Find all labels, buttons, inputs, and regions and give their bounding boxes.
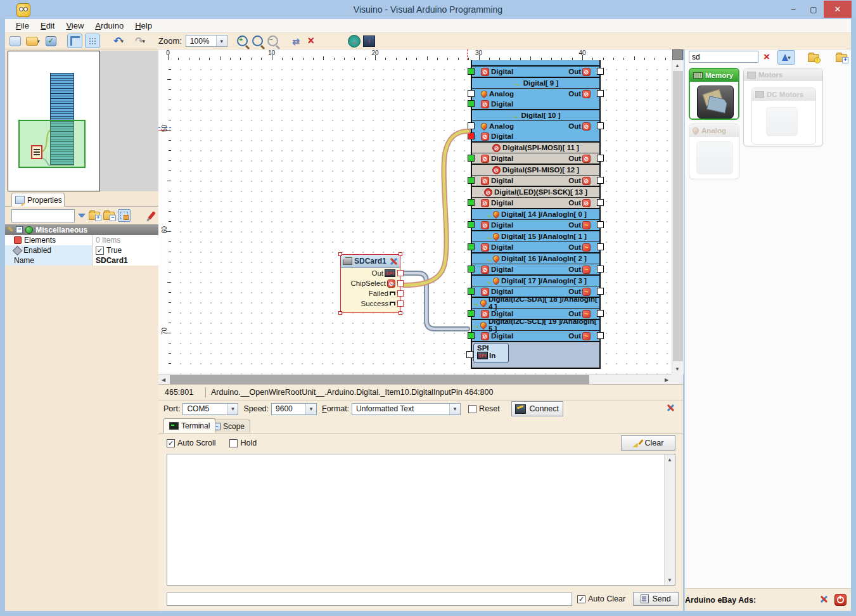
toolbox-search-input[interactable] xyxy=(689,51,758,63)
delete-icon[interactable]: × xyxy=(305,35,317,47)
pin-group[interactable]: ⊘DigitalOut⊘ xyxy=(472,67,599,78)
auto-clear-checkbox[interactable]: ✓ xyxy=(577,595,585,603)
sdcard-settings-icon[interactable] xyxy=(390,257,398,266)
upload-icon[interactable]: ↑ xyxy=(363,35,376,47)
pin-square-input[interactable] xyxy=(468,288,475,295)
pin-square-input[interactable] xyxy=(468,100,475,107)
selection-handle[interactable] xyxy=(338,252,342,256)
pin-group-header[interactable]: →Digital(I2C-SDA)[ 18 ]/AnalogIn[ 4 ] xyxy=(472,298,599,309)
pin-square-output[interactable] xyxy=(597,122,604,129)
pin-square-output[interactable] xyxy=(597,243,604,250)
terminal-output[interactable]: ▲ ▼ xyxy=(167,454,675,586)
property-row[interactable]: NameSDCard1 xyxy=(5,255,158,266)
sdcard-pin-square[interactable] xyxy=(397,290,404,297)
pin-group[interactable]: →Digital[ 14 ]/AnalogIn[ 0 ]⊘DigitalOut~ xyxy=(472,209,599,231)
open-project-icon[interactable]: ▾ xyxy=(24,35,42,47)
reset-checkbox[interactable] xyxy=(468,405,476,413)
pin-row[interactable]: ⊘DigitalOut⊘ xyxy=(472,67,599,77)
pin-group-header[interactable]: →Digital(I2C-SCL)[ 19 ]/AnalogIn[ 5 ] xyxy=(472,320,599,331)
category-dc-motors[interactable]: DC Motors xyxy=(751,87,816,144)
pin-group-header[interactable]: ⊘Digital(SPI-MOSI)[ 11 ] xyxy=(472,143,599,153)
suggest-folder-icon[interactable]: ! xyxy=(808,54,819,62)
expand-categories-icon[interactable]: + xyxy=(836,54,847,62)
pin-square-input[interactable] xyxy=(468,132,475,139)
sdcard-pin-square[interactable] xyxy=(397,280,404,286)
redo-icon[interactable]: ↷▾ xyxy=(131,35,150,47)
scroll-right-icon[interactable]: ▶ xyxy=(661,375,672,385)
terminal-scrollbar[interactable]: ▲ ▼ xyxy=(664,454,675,585)
pin-square-output[interactable] xyxy=(597,177,604,184)
selection-handle[interactable] xyxy=(399,311,402,315)
viewport-rectangle[interactable] xyxy=(18,120,86,168)
tab-properties[interactable]: Properties xyxy=(11,193,65,207)
pin-square-output[interactable] xyxy=(597,288,604,295)
collapse-group-icon[interactable]: − xyxy=(16,226,23,233)
pin-square-input[interactable] xyxy=(468,266,475,273)
scroll-up-icon[interactable]: ▲ xyxy=(672,60,682,70)
property-value-cell[interactable]: SDCard1 xyxy=(93,255,158,266)
pin-group[interactable]: →Digital(I2C-SDA)[ 18 ]/AnalogIn[ 4 ]⊘Di… xyxy=(472,298,599,320)
pin-square-input[interactable] xyxy=(468,221,475,228)
menu-item-edit[interactable]: Edit xyxy=(35,19,60,32)
sdcard-pin-chipselect[interactable]: ChipSelect⊘→ xyxy=(341,278,400,288)
pin-panel-icon[interactable] xyxy=(148,211,156,220)
zoom-in-icon[interactable]: + xyxy=(236,35,249,47)
pin-square-output[interactable] xyxy=(597,310,604,317)
pin-group-header[interactable]: →Digital[ 14 ]/AnalogIn[ 0 ] xyxy=(472,209,599,220)
pin-group-header[interactable]: →Digital[ 15 ]/AnalogIn[ 1 ] xyxy=(472,231,599,242)
undo-icon[interactable]: ↶▾ xyxy=(109,35,128,47)
pin-group[interactable]: SPISPIIn xyxy=(472,342,599,369)
connect-button[interactable]: Connect xyxy=(511,401,563,416)
zoom-actual-icon[interactable] xyxy=(252,35,264,47)
pin-group-header[interactable]: ⊘Digital(SPI-MISO)[ 12 ] xyxy=(472,165,599,176)
sdcard-pin-out[interactable]: OutSPI xyxy=(341,268,400,278)
pin-square-input[interactable] xyxy=(468,122,475,129)
category-analog[interactable]: Analog xyxy=(689,124,739,179)
pin-square-output[interactable] xyxy=(597,199,604,206)
scroll-up-icon[interactable]: ▲ xyxy=(665,454,675,465)
property-value-cell[interactable]: 0 Items xyxy=(93,235,158,245)
pin-group[interactable] xyxy=(472,60,599,67)
pin-group[interactable]: →Digital[ 17 ]/AnalogIn[ 3 ]⊘DigitalOut~ xyxy=(472,276,599,298)
close-button[interactable]: ✕ xyxy=(824,1,852,18)
vertical-scroll-thumb[interactable] xyxy=(673,71,683,361)
category-motors[interactable]: Motors DC Motors xyxy=(743,68,823,146)
pin-square-input[interactable] xyxy=(468,90,475,97)
sdcard-toolbox-item[interactable] xyxy=(697,86,734,119)
pin-row[interactable]: ⊘DigitalOut⊘ xyxy=(472,153,599,164)
connection-settings-icon[interactable] xyxy=(667,404,677,414)
pin-square-input[interactable] xyxy=(468,155,475,162)
pin-group-header[interactable]: →Digital[ 17 ]/AnalogIn[ 3 ] xyxy=(472,276,599,286)
sdcard-header[interactable]: SDCard1 xyxy=(341,255,400,268)
pin-square-input[interactable] xyxy=(468,243,475,250)
filter-icon[interactable] xyxy=(78,214,86,217)
tab-terminal[interactable]: Terminal xyxy=(163,418,215,433)
pin-row[interactable]: ⊘DigitalOut~ xyxy=(472,264,599,274)
pin-row[interactable]: ⊘DigitalOut~ xyxy=(472,242,599,252)
menu-item-view[interactable]: View xyxy=(60,19,89,32)
ads-settings-icon[interactable] xyxy=(820,595,829,605)
menu-item-file[interactable]: File xyxy=(10,19,35,32)
title-bar[interactable]: Visuino - Visual Arduino Programming – ▢… xyxy=(0,0,856,19)
pin-group[interactable]: →Digital[ 16 ]/AnalogIn[ 2 ]⊘DigitalOut~ xyxy=(472,253,599,276)
scroll-left-icon[interactable]: ◀ xyxy=(158,375,169,385)
property-row[interactable]: Elements0 Items xyxy=(5,235,158,245)
pin-square-input[interactable] xyxy=(468,332,475,339)
pin-group-header[interactable]: →Digital[ 10 ] xyxy=(472,110,599,121)
pin-row[interactable]: AnalogOut⊘ xyxy=(472,121,599,131)
pin-group[interactable]: ⊘Digital(LED)(SPI-SCK)[ 13 ]⊘DigitalOut⊘ xyxy=(472,187,599,209)
canvas-horizontal-scrollbar[interactable]: ◀ ▶ xyxy=(158,374,672,385)
pin-row[interactable]: ⊘DigitalOut⊘ xyxy=(472,198,599,208)
pin-square-output[interactable] xyxy=(597,155,604,162)
pin-square-output[interactable] xyxy=(597,221,604,228)
selection-handle[interactable] xyxy=(399,252,402,256)
pin-square-output[interactable] xyxy=(597,266,604,273)
overview-map[interactable] xyxy=(8,51,158,191)
sdcard-pin-failed[interactable]: Failed xyxy=(341,288,400,298)
canvas-vertical-scrollbar[interactable]: ▲ ▼ xyxy=(672,60,684,374)
pin-square-output[interactable] xyxy=(597,90,604,97)
pin-group[interactable]: →Digital[ 10 ]AnalogOut⊘⊘Digital xyxy=(472,110,599,143)
wire-chipselect[interactable] xyxy=(404,131,468,285)
pin-row[interactable]: ⊘DigitalOut⊘ xyxy=(472,176,599,186)
pin-square-output[interactable] xyxy=(597,68,604,75)
